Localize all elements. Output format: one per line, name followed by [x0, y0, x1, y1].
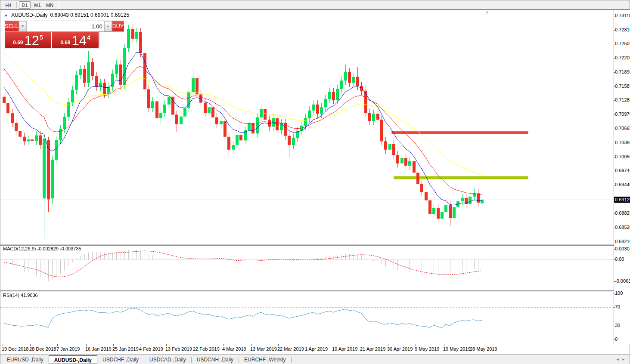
price-axis-tick: 0.68520: [615, 225, 630, 230]
date-axis-tick: [194, 344, 194, 346]
price-axis-tick: 0.70665: [615, 126, 630, 131]
buy-price-pip: 4: [87, 34, 90, 41]
rsi-axis-tick: 0: [615, 336, 618, 342]
macd-indicator-pane[interactable]: [0, 246, 614, 290]
date-axis-tick: [113, 344, 114, 346]
macd-axis-tick: -0.006311: [615, 278, 630, 284]
tab-usdchf-daily[interactable]: USDCHF-,Daily: [97, 355, 144, 364]
price-axis-tick: 0.70050: [615, 154, 630, 159]
rsi-axis-tick: 70: [615, 304, 620, 309]
date-axis-label: 13 Mar 2019: [250, 346, 277, 352]
tab-scroll-left-icon[interactable]: ◄: [616, 358, 622, 361]
date-axis-tick: [278, 344, 279, 346]
current-price-tag: 0.69125: [614, 197, 630, 203]
chart-ohlc-values: 0.69043 0.69151 0.69001 0.69125: [50, 12, 130, 18]
date-axis-tick: [251, 344, 251, 346]
sell-price-big: 12: [25, 35, 39, 47]
date-axis-label: 19 May 2019: [443, 346, 471, 352]
chart-shift-marker-icon[interactable]: ▼: [485, 10, 489, 15]
date-axis-label: 25 Jan 2019: [112, 346, 139, 352]
date-axis-label: 4 Mar 2019: [222, 346, 246, 352]
tab-usdcad-daily[interactable]: USDCAD-,Daily: [144, 355, 191, 364]
date-axis-tick: [306, 344, 306, 346]
timeframe-mn-button[interactable]: MN: [44, 1, 56, 9]
timeframe-h4-button[interactable]: H4: [3, 1, 14, 9]
buy-price-prefix: 0.69: [60, 40, 70, 46]
price-axis-tick: 0.69440: [615, 182, 630, 187]
date-axis-tick: [471, 344, 471, 346]
date-axis-label: 22 Feb 2019: [193, 346, 220, 352]
price-axis-tick: 0.72810: [615, 27, 630, 32]
tab-usdcnh-daily[interactable]: USDCNH-,Daily: [192, 355, 239, 364]
date-axis-tick: [444, 344, 444, 346]
date-axis-tick: [223, 344, 223, 346]
macd-axis-tick: 0.00: [615, 256, 624, 262]
rsi-indicator-pane[interactable]: [0, 292, 614, 344]
date-axis-tick: [333, 344, 333, 346]
buy-button[interactable]: BUY: [112, 21, 124, 32]
ohlc-toggle-icon[interactable]: ▲: [4, 13, 8, 17]
date-axis-label: 22 Mar 2019: [277, 346, 304, 352]
tab-scroll-arrows[interactable]: ◄►: [616, 358, 628, 361]
buy-price-tile[interactable]: 0.69 14 4: [52, 32, 99, 48]
date-axis-tick: [140, 344, 140, 346]
tab-separator: [291, 357, 292, 363]
mt4-window: H4 D1 W1 MN MACD(12,26,9) -0.002829 -0.0…: [0, 0, 630, 364]
buy-price-big: 14: [72, 35, 87, 47]
price-axis-tick: 0.72200: [615, 55, 630, 60]
date-axis-label: 30 Apr 2019: [387, 346, 413, 352]
date-axis-label: 7 Jan 2019: [56, 346, 80, 352]
date-axis-label: 21 Apr 2019: [360, 346, 385, 352]
date-axis-tick: [166, 344, 167, 346]
date-axis-label: 28 Dec 2018: [29, 346, 56, 352]
one-click-trading-panel: SELL ▼ ▲ BUY 0.69 12 5 0.69 14 4: [4, 20, 99, 49]
tab-audusd-daily[interactable]: AUDUSD-,Daily: [49, 355, 97, 364]
rsi-axis-tick: 30: [615, 323, 620, 328]
price-axis-tick: 0.70360: [615, 140, 630, 145]
sell-price-prefix: 0.69: [13, 40, 23, 46]
price-axis-tick: 0.69745: [615, 168, 630, 173]
chart-tab-bar: EURUSD-,Daily AUDUSD-,Daily USDCHF-,Dail…: [0, 354, 630, 364]
timeframe-w1-button[interactable]: W1: [31, 1, 43, 9]
date-axis-tick: [3, 344, 3, 346]
macd-label: MACD(12,26,9) -0.002829 -0.003735: [3, 246, 81, 251]
price-axis-tick: 0.71585: [615, 83, 630, 89]
price-axis-tick: 0.68210: [615, 239, 630, 244]
timeframe-toolbar: H4 D1 W1 MN: [0, 0, 630, 9]
volume-increase-icon[interactable]: ▲: [104, 21, 112, 31]
price-axis-tick: 0.68825: [615, 210, 630, 216]
volume-stepper: ▼ ▲: [19, 21, 112, 32]
sell-button[interactable]: SELL: [5, 21, 19, 32]
date-axis-label: 4 Feb 2019: [139, 346, 163, 352]
value-axis[interactable]: 0.731150.728100.725050.722000.718900.715…: [614, 10, 630, 344]
tab-scroll-right-icon[interactable]: ►: [622, 358, 628, 361]
toolbar-separator: [16, 2, 17, 8]
date-axis[interactable]: 19 Dec 201828 Dec 20187 Jan 201916 Jan 2…: [0, 344, 614, 354]
volume-decrease-icon[interactable]: ▼: [19, 21, 27, 31]
sell-price-tile[interactable]: 0.69 12 5: [5, 32, 51, 48]
sell-price-pip: 5: [40, 34, 43, 41]
tab-eurusd-daily[interactable]: EURUSD-,Daily: [2, 355, 49, 364]
macd-axis-tick: 0.003035: [615, 246, 630, 251]
date-axis-tick: [86, 344, 87, 346]
price-axis-tick: 0.72505: [615, 41, 630, 46]
date-axis-label: 1 Apr 2019: [305, 346, 328, 352]
date-axis-tick: [416, 344, 416, 346]
price-axis-tick: 0.71280: [615, 97, 630, 102]
date-axis-label: 9 May 2019: [415, 346, 439, 352]
volume-input[interactable]: [27, 21, 104, 31]
date-axis-tick: [30, 344, 31, 346]
date-axis-tick: [388, 344, 388, 346]
date-axis-label: 28 May 2019: [470, 346, 497, 352]
timeframe-d1-button[interactable]: D1: [19, 1, 31, 9]
toolbar-separator: [58, 2, 58, 8]
rsi-axis-tick: 100: [615, 290, 623, 296]
tab-eurchf-weekly[interactable]: EURCHF-,Weekly: [239, 355, 291, 364]
price-axis-tick: 0.71890: [615, 69, 630, 74]
price-axis-tick: 0.73115: [615, 13, 630, 18]
date-axis-label: 13 Feb 2019: [165, 346, 192, 352]
chart-symbol-label: AUDUSD-,Daily: [11, 12, 48, 18]
rsi-label: RSI(14) 41.9036: [3, 293, 38, 298]
date-axis-tick: [57, 344, 58, 346]
date-axis-label: 16 Jan 2019: [85, 346, 112, 352]
